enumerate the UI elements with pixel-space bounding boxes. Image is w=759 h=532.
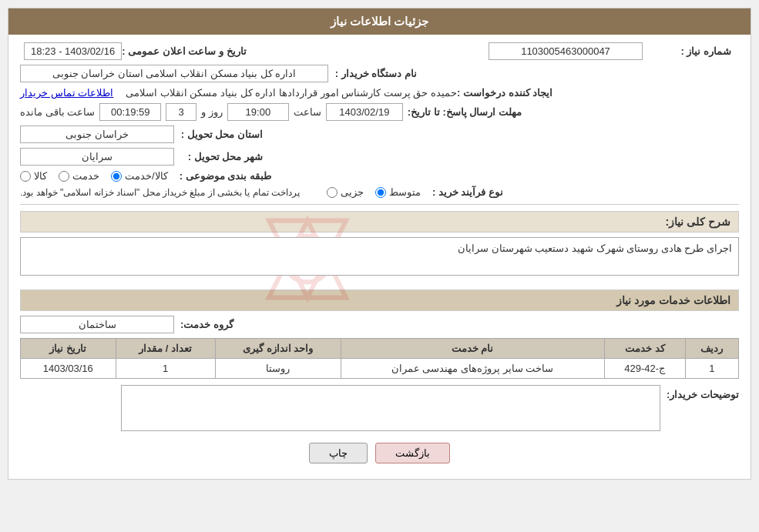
- need-desc-section: اجرای طرح هادی روستای شهرک شهید دستعیب ش…: [20, 237, 739, 283]
- need-desc-value: اجرای طرح هادی روستای شهرک شهید دستعیب ش…: [20, 237, 739, 276]
- purchase-motevaset-radio[interactable]: [375, 187, 386, 198]
- table-cell-unit: روستا: [215, 359, 341, 379]
- deadline-label: مهلت ارسال پاسخ: تا تاریخ:: [408, 106, 526, 118]
- table-cell-qty: 1: [116, 359, 215, 379]
- purchase-jozii-radio[interactable]: [327, 187, 338, 198]
- service-group-value: ساختمان: [20, 316, 174, 333]
- purchase-jozii-label: جزیی: [341, 186, 364, 198]
- category-kala-radio[interactable]: [20, 171, 31, 182]
- main-box: جزئیات اطلاعات نیاز شماره نیاز : 1103005…: [8, 8, 751, 480]
- province-label: استان محل تحویل :: [174, 129, 267, 140]
- service-group-row: گروه خدمت: ساختمان: [20, 316, 739, 333]
- table-cell-name: ساخت سایر پروژه‌های مهندسی عمران: [341, 359, 604, 379]
- table-cell-row: 1: [685, 359, 738, 379]
- purchase-note: پرداخت تمام یا بخشی از مبلغ خریداز محل "…: [20, 187, 300, 198]
- need-number-label: شماره نیاز :: [643, 45, 735, 57]
- buyer-desc-label: توضیحات خریدار:: [667, 385, 739, 400]
- city-value: سرایان: [20, 148, 174, 166]
- deadline-remaining: 00:19:59: [99, 103, 161, 121]
- purchase-jozii[interactable]: جزیی: [327, 186, 364, 198]
- col-header-name: نام خدمت: [341, 339, 604, 359]
- col-header-qty: تعداد / مقدار: [116, 339, 215, 359]
- creator-label: ایجاد کننده درخواست :: [457, 87, 556, 99]
- services-section-title: اطلاعات خدمات مورد نیاز: [20, 289, 739, 311]
- content-area: شماره نیاز : 1103005463000047 تاریخ و سا…: [8, 35, 751, 479]
- deadline-days-label: روز و: [201, 106, 223, 118]
- creator-value: حمیده حق پرست کارشناس امور قراردادها ادا…: [126, 87, 457, 99]
- category-row: طبقه بندی موضوعی : کالا/خدمت خدمت کالا: [20, 170, 739, 182]
- city-row: شهر محل تحویل : سرایان: [20, 148, 739, 166]
- category-label: طبقه بندی موضوعی :: [180, 170, 271, 182]
- purchase-motevaset[interactable]: متوسط: [375, 186, 421, 198]
- buyer-value: اداره کل بنیاد مسکن انقلاب اسلامی استان …: [20, 65, 328, 82]
- col-header-date: تاریخ نیاز: [21, 339, 116, 359]
- announce-label: تاریخ و ساعت اعلان عمومی :: [122, 45, 250, 57]
- category-khedmat-label: خدمت: [72, 170, 99, 182]
- announce-value: 1403/02/16 - 18:23: [24, 42, 122, 60]
- need-desc-content: اجرای طرح هادی روستای شهرک شهید دستعیب ش…: [20, 237, 739, 276]
- table-header-row: ردیف کد خدمت نام خدمت واحد اندازه گیری ت…: [21, 339, 739, 359]
- need-number-row: شماره نیاز : 1103005463000047 تاریخ و سا…: [20, 42, 739, 60]
- page-wrapper: جزئیات اطلاعات نیاز شماره نیاز : 1103005…: [0, 0, 759, 532]
- purchase-motevaset-label: متوسط: [389, 186, 421, 198]
- table-row: 1ج-42-429ساخت سایر پروژه‌های مهندسی عمرا…: [21, 359, 739, 379]
- deadline-days: 3: [166, 103, 196, 121]
- buyer-label: نام دستگاه خریدار :: [328, 68, 421, 79]
- category-kala-khedmat-label: کالا/خدمت: [125, 170, 168, 182]
- category-khedmat-radio[interactable]: [59, 171, 69, 182]
- col-header-unit: واحد اندازه گیری: [215, 339, 341, 359]
- deadline-time-label: ساعت: [294, 106, 321, 118]
- buyer-desc-textarea[interactable]: [121, 385, 660, 431]
- btn-row: بازگشت چاپ: [20, 443, 739, 463]
- divider-1: [20, 204, 739, 205]
- table-cell-code: ج-42-429: [604, 359, 685, 379]
- province-row: استان محل تحویل : خراسان جنوبی: [20, 125, 739, 143]
- category-kala-khedmat-radio[interactable]: [111, 171, 122, 182]
- deadline-date: 1403/02/19: [326, 103, 403, 121]
- city-label: شهر محل تحویل :: [174, 151, 267, 162]
- province-value: خراسان جنوبی: [20, 125, 174, 143]
- purchase-label: نوع فرآیند خرید :: [432, 186, 503, 198]
- contact-link[interactable]: اطلاعات تماس خریدار: [20, 87, 113, 99]
- table-cell-date: 1403/03/16: [21, 359, 116, 379]
- services-table: ردیف کد خدمت نام خدمت واحد اندازه گیری ت…: [20, 338, 739, 379]
- buyer-row: نام دستگاه خریدار : اداره کل بنیاد مسکن …: [20, 65, 739, 82]
- print-button[interactable]: چاپ: [309, 443, 368, 463]
- page-title: جزئیات اطلاعات نیاز: [8, 8, 751, 35]
- deadline-row: مهلت ارسال پاسخ: تا تاریخ: 1403/02/19 سا…: [20, 103, 739, 121]
- creator-row: ایجاد کننده درخواست : حمیده حق پرست کارش…: [20, 87, 739, 99]
- category-kala-label: کالا: [34, 170, 47, 182]
- category-khedmat[interactable]: خدمت: [59, 170, 99, 182]
- buyer-desc-section: توضیحات خریدار:: [20, 385, 739, 431]
- back-button[interactable]: بازگشت: [375, 443, 450, 463]
- category-kala[interactable]: کالا: [20, 170, 47, 182]
- col-header-code: کد خدمت: [604, 339, 685, 359]
- col-header-row-num: ردیف: [685, 339, 738, 359]
- deadline-remaining-label: ساعت باقی مانده: [20, 106, 95, 118]
- need-desc-section-title: شرح کلی نیاز:: [20, 211, 739, 233]
- need-number-value: 1103005463000047: [489, 42, 643, 60]
- service-group-label: گروه خدمت:: [180, 319, 233, 330]
- category-kala-khedmat[interactable]: کالا/خدمت: [111, 170, 168, 182]
- deadline-time: 19:00: [227, 103, 289, 121]
- buyer-desc-content: [20, 385, 660, 431]
- purchase-row: نوع فرآیند خرید : متوسط جزیی پرداخت تمام…: [20, 186, 739, 198]
